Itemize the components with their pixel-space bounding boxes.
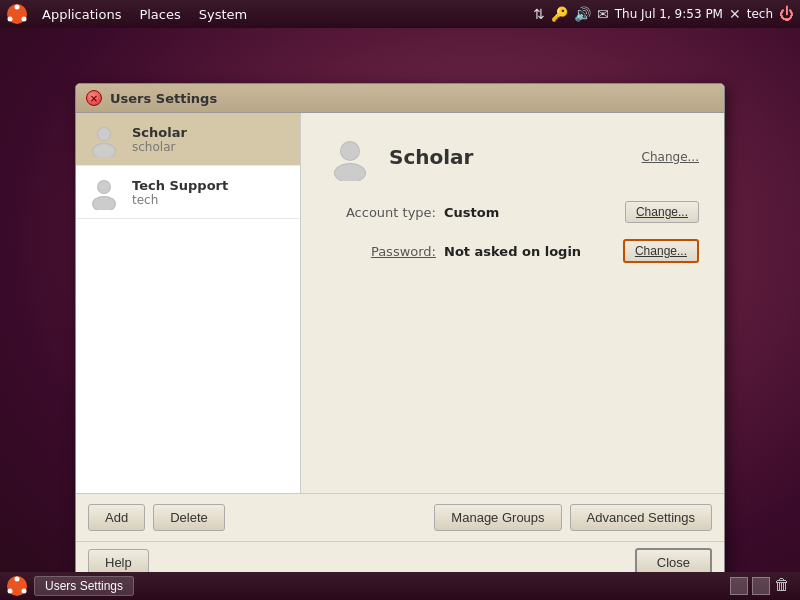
svg-point-3 <box>8 17 13 22</box>
svg-point-6 <box>98 128 110 140</box>
topbar: Applications Places System ⇅ 🔑 🔊 ✉ Thu J… <box>0 0 800 28</box>
svg-point-14 <box>341 142 359 160</box>
taskbar-window-button[interactable]: Users Settings <box>34 576 134 596</box>
password-value: Not asked on login <box>444 244 623 259</box>
svg-point-19 <box>8 589 13 594</box>
user-info-tech: Tech Support tech <box>132 178 228 207</box>
user-info-scholar: Scholar scholar <box>132 125 187 154</box>
svg-point-1 <box>15 5 20 10</box>
menu-system[interactable]: System <box>191 5 255 24</box>
footer-right-buttons: Manage Groups Advanced Settings <box>434 504 712 531</box>
topbar-left: Applications Places System <box>6 3 255 25</box>
user-item-tech[interactable]: Tech Support tech <box>76 166 300 219</box>
manage-groups-button[interactable]: Manage Groups <box>434 504 561 531</box>
ubuntu-logo-icon <box>6 3 28 25</box>
user-display-name-tech: Tech Support <box>132 178 228 193</box>
taskbar-trash-icon: 🗑 <box>774 575 794 597</box>
datetime-display: Thu Jul 1, 9:53 PM <box>615 7 723 21</box>
user-detail-panel: Scholar Change... Account type: Custom C… <box>301 113 724 493</box>
current-user-label: tech <box>747 7 773 21</box>
change-account-type-button[interactable]: Change... <box>625 201 699 223</box>
taskbar-right: 🗑 <box>730 575 794 597</box>
dialog-footer: Add Delete Manage Groups Advanced Settin… <box>76 493 724 541</box>
user-avatar-scholar <box>86 121 122 157</box>
power-icon[interactable]: ⏻ <box>779 5 794 23</box>
key-icon: 🔑 <box>551 6 568 22</box>
user-login-name-scholar: scholar <box>132 140 187 154</box>
user-display-name-scholar: Scholar <box>132 125 187 140</box>
password-label: Password: <box>326 244 436 259</box>
change-password-button[interactable]: Change... <box>623 239 699 263</box>
network-icon: ⇅ <box>533 6 545 22</box>
user-list-panel: Scholar scholar Tec <box>76 113 301 493</box>
account-type-value: Custom <box>444 205 625 220</box>
desktop: × Users Settings <box>0 28 800 572</box>
svg-point-10 <box>98 181 110 193</box>
password-row: Password: Not asked on login Change... <box>326 239 699 263</box>
detail-avatar <box>326 133 374 181</box>
user-login-name-tech: tech <box>132 193 228 207</box>
add-user-button[interactable]: Add <box>88 504 145 531</box>
dialog-title: Users Settings <box>110 91 217 106</box>
change-name-link[interactable]: Change... <box>642 150 699 164</box>
topbar-right: ⇅ 🔑 🔊 ✉ Thu Jul 1, 9:53 PM ✕ tech ⏻ <box>533 5 794 23</box>
svg-point-18 <box>22 589 27 594</box>
detail-header: Scholar Change... <box>326 133 699 181</box>
volume-icon: 🔊 <box>574 6 591 22</box>
taskbar-workspace-1[interactable] <box>730 577 748 595</box>
email-icon: ✉ <box>597 6 609 22</box>
menu-applications[interactable]: Applications <box>34 5 129 24</box>
account-type-row: Account type: Custom Change... <box>326 201 699 223</box>
dialog-titlebar: × Users Settings <box>76 84 724 113</box>
taskbar-ubuntu-icon <box>6 575 28 597</box>
taskbar: Users Settings 🗑 <box>0 572 800 600</box>
user-avatar-tech <box>86 174 122 210</box>
users-settings-dialog: × Users Settings <box>75 83 725 588</box>
menu-places[interactable]: Places <box>131 5 188 24</box>
delete-user-button[interactable]: Delete <box>153 504 225 531</box>
advanced-settings-button[interactable]: Advanced Settings <box>570 504 712 531</box>
svg-point-17 <box>15 577 20 582</box>
dialog-content: Scholar scholar Tec <box>76 113 724 493</box>
dialog-close-button[interactable]: × <box>86 90 102 106</box>
svg-point-2 <box>22 17 27 22</box>
taskbar-workspace-2[interactable] <box>752 577 770 595</box>
user-item-scholar[interactable]: Scholar scholar <box>76 113 300 166</box>
detail-username: Scholar <box>389 145 627 169</box>
footer-left-buttons: Add Delete <box>88 504 225 531</box>
user-account-icon: ✕ <box>729 6 741 22</box>
account-type-label: Account type: <box>326 205 436 220</box>
